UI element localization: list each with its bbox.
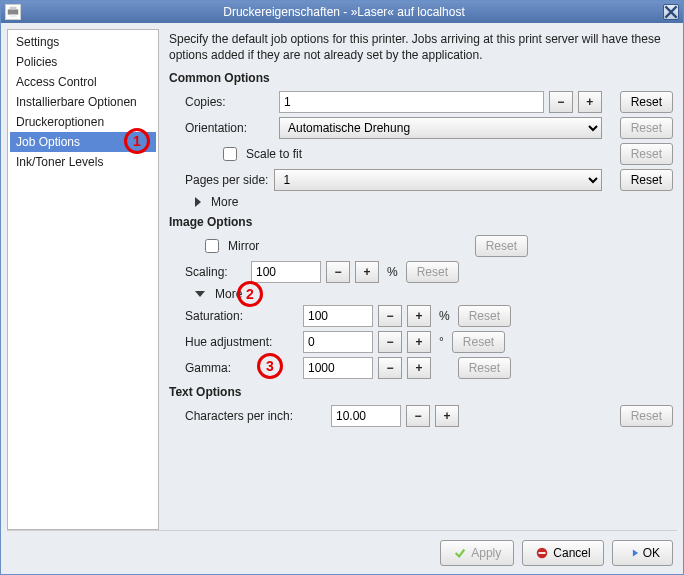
hue-input[interactable] xyxy=(303,331,373,353)
app-icon xyxy=(5,4,21,20)
window-title: Druckereigenschaften - »Laser« auf local… xyxy=(25,5,663,19)
close-icon xyxy=(664,5,678,19)
copies-increment-button[interactable]: + xyxy=(578,91,602,113)
sidebar-item-access-control[interactable]: Access Control xyxy=(10,72,156,92)
row-pages-per-side: Pages per side: 1 Reset xyxy=(185,169,673,191)
gamma-decrement-button[interactable]: − xyxy=(378,357,402,379)
pages-per-side-reset-button[interactable]: Reset xyxy=(620,169,673,191)
scaling-increment-button[interactable]: + xyxy=(355,261,379,283)
saturation-decrement-button[interactable]: − xyxy=(378,305,402,327)
scaling-percent: % xyxy=(387,265,398,279)
row-saturation: Saturation: − + % Reset xyxy=(185,305,673,327)
copies-reset-button[interactable]: Reset xyxy=(620,91,673,113)
cancel-icon xyxy=(535,546,549,560)
copies-decrement-button[interactable]: − xyxy=(549,91,573,113)
apply-label: Apply xyxy=(471,546,501,560)
sidebar-item-settings[interactable]: Settings xyxy=(10,32,156,52)
ok-label: OK xyxy=(643,546,660,560)
row-hue: Hue adjustment: − + ° Reset xyxy=(185,331,673,353)
label-cpi: Characters per inch: xyxy=(185,409,325,423)
hue-reset-button[interactable]: Reset xyxy=(452,331,505,353)
label-saturation: Saturation: xyxy=(185,309,297,323)
sidebar-item-job-options[interactable]: Job Options 1 xyxy=(10,132,156,152)
cpi-input[interactable] xyxy=(331,405,401,427)
gamma-reset-button[interactable]: Reset xyxy=(458,357,511,379)
row-gamma: Gamma: − + % Reset 3 xyxy=(185,357,673,379)
sidebar-item-installable-options[interactable]: Installierbare Optionen xyxy=(10,92,156,112)
description-text: Specify the default job options for this… xyxy=(169,31,673,63)
sidebar: Settings Policies Access Control Install… xyxy=(7,29,159,530)
titlebar[interactable]: Druckereigenschaften - »Laser« auf local… xyxy=(1,1,683,23)
saturation-reset-button[interactable]: Reset xyxy=(458,305,511,327)
orientation-select[interactable]: Automatische Drehung xyxy=(279,117,602,139)
label-gamma: Gamma: xyxy=(185,361,297,375)
label-orientation: Orientation: xyxy=(185,121,273,135)
hue-increment-button[interactable]: + xyxy=(407,331,431,353)
saturation-percent: % xyxy=(439,309,450,323)
hue-degree: ° xyxy=(439,335,444,349)
saturation-input[interactable] xyxy=(303,305,373,327)
scaling-reset-button[interactable]: Reset xyxy=(406,261,459,283)
heading-image-options: Image Options xyxy=(169,215,673,229)
row-orientation: Orientation: Automatische Drehung Reset xyxy=(185,117,673,139)
row-cpi: Characters per inch: − + Reset xyxy=(185,405,673,427)
more-label-image: More xyxy=(215,287,242,301)
copies-input[interactable] xyxy=(279,91,544,113)
label-pages-per-side: Pages per side: xyxy=(185,173,268,187)
button-bar: Apply Cancel OK xyxy=(7,530,677,574)
cancel-label: Cancel xyxy=(553,546,590,560)
close-button[interactable] xyxy=(663,4,679,20)
cpi-increment-button[interactable]: + xyxy=(435,405,459,427)
orientation-reset-button[interactable]: Reset xyxy=(620,117,673,139)
scale-to-fit-checkbox-label[interactable]: Scale to fit xyxy=(219,144,302,164)
hue-decrement-button[interactable]: − xyxy=(378,331,402,353)
mirror-checkbox-label[interactable]: Mirror xyxy=(201,236,259,256)
sidebar-item-label: Job Options xyxy=(16,135,80,149)
expander-image-more[interactable]: More 2 xyxy=(195,287,673,301)
gamma-input[interactable] xyxy=(303,357,373,379)
triangle-right-icon xyxy=(195,197,201,207)
svg-rect-1 xyxy=(10,7,17,10)
cpi-reset-button[interactable]: Reset xyxy=(620,405,673,427)
heading-common-options: Common Options xyxy=(169,71,673,85)
scale-to-fit-checkbox[interactable] xyxy=(223,147,237,161)
expander-common-more[interactable]: More xyxy=(195,195,673,209)
triangle-down-icon xyxy=(195,291,205,297)
row-copies: Copies: − + Reset xyxy=(185,91,673,113)
apply-button[interactable]: Apply xyxy=(440,540,514,566)
printer-properties-window: Druckereigenschaften - »Laser« auf local… xyxy=(0,0,684,575)
mirror-reset-button[interactable]: Reset xyxy=(475,235,528,257)
ok-button[interactable]: OK xyxy=(612,540,673,566)
main-panel: Specify the default job options for this… xyxy=(165,29,677,530)
mirror-text: Mirror xyxy=(228,239,259,253)
scaling-input[interactable] xyxy=(251,261,321,283)
cpi-decrement-button[interactable]: − xyxy=(406,405,430,427)
scale-to-fit-reset-button[interactable]: Reset xyxy=(620,143,673,165)
sidebar-item-printer-options[interactable]: Druckeroptionen xyxy=(10,112,156,132)
heading-text-options: Text Options xyxy=(169,385,673,399)
mirror-checkbox[interactable] xyxy=(205,239,219,253)
svg-rect-0 xyxy=(8,9,19,14)
scale-to-fit-text: Scale to fit xyxy=(246,147,302,161)
label-hue: Hue adjustment: xyxy=(185,335,297,349)
more-label: More xyxy=(211,195,238,209)
pages-per-side-select[interactable]: 1 xyxy=(274,169,601,191)
row-mirror: Mirror Reset xyxy=(185,235,673,257)
sidebar-item-ink-toner-levels[interactable]: Ink/Toner Levels xyxy=(10,152,156,172)
svg-rect-4 xyxy=(539,552,546,554)
row-scaling: Scaling: − + % Reset xyxy=(185,261,673,283)
scaling-decrement-button[interactable]: − xyxy=(326,261,350,283)
label-copies: Copies: xyxy=(185,95,273,109)
annotation-1: 1 xyxy=(124,128,150,154)
cancel-button[interactable]: Cancel xyxy=(522,540,603,566)
gamma-increment-button[interactable]: + xyxy=(407,357,431,379)
svg-rect-2 xyxy=(10,15,17,18)
checkmark-icon xyxy=(453,546,467,560)
label-scaling: Scaling: xyxy=(185,265,245,279)
ok-icon xyxy=(625,546,639,560)
saturation-increment-button[interactable]: + xyxy=(407,305,431,327)
row-scale-to-fit: Scale to fit Reset xyxy=(185,143,673,165)
content-area: Settings Policies Access Control Install… xyxy=(1,23,683,530)
sidebar-item-policies[interactable]: Policies xyxy=(10,52,156,72)
